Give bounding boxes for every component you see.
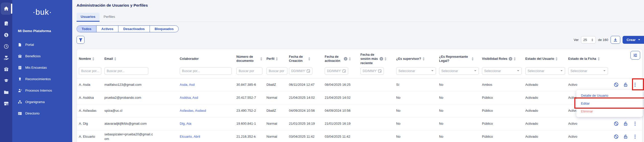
select-supervisor[interactable]: Seleccionar: [396, 67, 436, 75]
sort-icon[interactable]: [422, 57, 425, 61]
select-estado-usuario[interactable]: Seleccionar: [525, 67, 565, 75]
person-check-icon: [18, 89, 22, 93]
unlock-icon[interactable]: [623, 134, 628, 139]
cell-nombre: A. Asddsa: [77, 91, 102, 104]
money-icon[interactable]: [4, 32, 9, 38]
cell-supervisor: No: [394, 104, 437, 117]
download-button[interactable]: [611, 36, 620, 44]
cell-nombre: A. Dlg: [77, 117, 102, 130]
sidebar-item-mis-encuestas[interactable]: Mis Encuestas: [12, 62, 72, 73]
col-documento: Número de documento: [236, 55, 259, 63]
crear-button[interactable]: Crear: [623, 36, 644, 44]
sort-icon[interactable]: [514, 57, 516, 61]
date-sesion-input[interactable]: DD/MM/YYYY: [360, 67, 384, 75]
sidebar-item-procesos-internos[interactable]: Procesos Internos: [12, 85, 72, 96]
sort-icon[interactable]: [555, 57, 558, 61]
rail-item-home[interactable]: [1, 3, 11, 15]
help-icon[interactable]: ?: [344, 57, 347, 61]
calendar-icon: [307, 69, 310, 73]
table-row: A. Asddsa prueba2@probando.com Asddsa, A…: [77, 91, 642, 104]
folder-icon[interactable]: [4, 90, 9, 95]
sort-icon[interactable]: [598, 57, 600, 61]
kebab-icon[interactable]: [633, 121, 638, 126]
cell-email: mailfalso123@gmail.com: [102, 78, 178, 91]
sort-icon[interactable]: [308, 57, 310, 61]
page-title: Administración de Usuarios y Perfiles: [77, 3, 644, 8]
sort-icon[interactable]: [384, 57, 387, 61]
download-icon: [613, 38, 617, 42]
tab-usuarios[interactable]: Usuarios: [77, 13, 100, 22]
clock-icon[interactable]: [4, 44, 9, 49]
search-perfil-input[interactable]: [266, 67, 287, 75]
sort-icon[interactable]: [260, 57, 262, 61]
ver-label: Ver: [574, 38, 579, 42]
date-activacion-input[interactable]: DD/MM/YYYY: [325, 67, 348, 75]
unlock-icon[interactable]: [623, 82, 628, 87]
gift-icon[interactable]: [4, 67, 9, 72]
block-icon[interactable]: [614, 82, 619, 87]
search-colaborador-input[interactable]: [180, 67, 232, 75]
hand-heart-icon[interactable]: [4, 55, 9, 61]
page-size-select[interactable]: 25: [581, 36, 596, 44]
store-icon[interactable]: [4, 101, 9, 106]
pill-todos[interactable]: Todos: [77, 26, 96, 32]
graduation-cap-icon[interactable]: [4, 78, 9, 83]
sidebar-item-organigrama[interactable]: Organigrama: [12, 96, 72, 108]
col-email: Email: [104, 57, 113, 61]
sort-icon[interactable]: [114, 57, 116, 61]
filter-button[interactable]: [77, 36, 84, 44]
sidebar-item-reconocimientos[interactable]: Reconocimientos: [12, 73, 72, 85]
medal-icon: [18, 77, 22, 81]
buk-logo: ·buk·: [12, 8, 72, 17]
sidebar-item-label: Directorio: [25, 111, 40, 115]
select-visibilidad[interactable]: Seleccionar: [482, 67, 522, 75]
search-documento-input[interactable]: [236, 67, 262, 75]
kebab-icon[interactable]: [633, 134, 638, 139]
tab-perfiles[interactable]: Perfiles: [100, 13, 119, 22]
cell-supervisor: No: [394, 117, 437, 130]
help-icon[interactable]: ?: [380, 57, 383, 61]
menu-item-detalle-usuario[interactable]: Detalle de Usuario: [576, 92, 643, 100]
search-email-input[interactable]: [104, 67, 148, 75]
select-representante[interactable]: Seleccionar: [439, 67, 479, 75]
clipboard-clock-icon[interactable]: [4, 21, 9, 26]
sidebar-item-portal[interactable]: Portal: [12, 39, 72, 50]
block-icon[interactable]: [614, 134, 619, 139]
colaborador-link[interactable]: Elcuarto, Abril: [180, 135, 200, 138]
colaborador-link[interactable]: Asda, Asd: [180, 83, 195, 87]
table-controls: Ver 25 de 160 Crear: [77, 36, 644, 44]
page-size-value: 25: [583, 38, 587, 42]
table-row: A. Asda mailfalso123@gmail.com Asda, Asd…: [77, 78, 642, 91]
colaborador-link[interactable]: Dlg, Ata: [180, 122, 191, 125]
cell-visibilidad: Ambos: [480, 78, 523, 91]
help-icon[interactable]: ?: [509, 57, 512, 61]
cell-supervisor: Sí: [394, 78, 437, 91]
pill-desactivados[interactable]: Desactivados: [118, 26, 150, 32]
cell-perfil: Normal: [264, 117, 287, 130]
sidebar-item-directorio[interactable]: Directorio: [12, 108, 72, 119]
select-estado-ficha[interactable]: Seleccionar: [568, 67, 608, 75]
sort-icon[interactable]: [276, 57, 278, 61]
calendar-icon: [378, 69, 382, 73]
sort-icon[interactable]: [471, 57, 474, 61]
menu-item-eliminar[interactable]: Eliminar: [576, 107, 643, 115]
date-creacion-input[interactable]: DD/MM/YYYY: [289, 67, 312, 75]
sort-icon[interactable]: [349, 57, 351, 61]
block-icon[interactable]: [614, 121, 619, 126]
pill-bloqueados[interactable]: Bloqueados: [150, 26, 178, 32]
unlock-icon[interactable]: [623, 121, 628, 126]
col-supervisor: ¿Es supervisor?: [396, 57, 421, 61]
colaborador-link[interactable]: Asfasdas, Asdasd: [180, 109, 206, 112]
cell-creacion: 04/09/2024 10:56: [287, 104, 323, 117]
sort-icon[interactable]: [92, 57, 94, 61]
pill-activos[interactable]: Activos: [96, 26, 118, 32]
menu-item-editar[interactable]: Editar: [576, 100, 643, 107]
search-nombre-input[interactable]: [79, 67, 101, 75]
column-settings-button[interactable]: [630, 51, 640, 60]
sidebar-item-beneficios[interactable]: Beneficios: [12, 50, 72, 62]
colaborador-link[interactable]: Asddsa, Asd: [180, 96, 198, 100]
cell-nombre: A. Elcuarto: [77, 130, 102, 142]
kebab-icon[interactable]: [633, 82, 638, 87]
cell-creacion: 03/04/2025 11:42: [287, 130, 323, 142]
sidebar-item-label: Portal: [25, 43, 34, 47]
